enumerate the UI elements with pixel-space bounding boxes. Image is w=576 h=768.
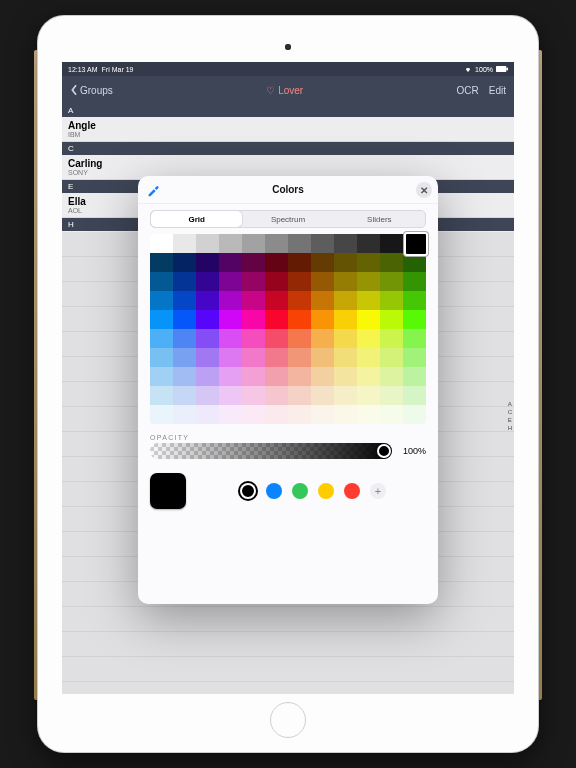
preset-dot[interactable] xyxy=(266,483,282,499)
color-swatch[interactable] xyxy=(196,405,219,424)
color-swatch[interactable] xyxy=(380,405,403,424)
color-swatch[interactable] xyxy=(219,272,242,291)
color-swatch[interactable] xyxy=(403,367,426,386)
home-button[interactable] xyxy=(270,702,306,738)
color-swatch[interactable] xyxy=(380,291,403,310)
color-swatch[interactable] xyxy=(380,272,403,291)
color-swatch[interactable] xyxy=(150,234,173,253)
color-swatch[interactable] xyxy=(380,310,403,329)
color-swatch[interactable] xyxy=(219,329,242,348)
color-swatch[interactable] xyxy=(150,291,173,310)
color-swatch[interactable] xyxy=(219,367,242,386)
color-swatch[interactable] xyxy=(173,310,196,329)
color-swatch[interactable] xyxy=(242,329,265,348)
color-swatch[interactable] xyxy=(196,253,219,272)
color-swatch[interactable] xyxy=(357,386,380,405)
ocr-button[interactable]: OCR xyxy=(457,85,479,96)
color-swatch[interactable] xyxy=(150,405,173,424)
color-swatch[interactable] xyxy=(334,348,357,367)
color-swatch[interactable] xyxy=(311,272,334,291)
color-swatch[interactable] xyxy=(311,253,334,272)
color-swatch[interactable] xyxy=(265,386,288,405)
color-swatch[interactable] xyxy=(357,291,380,310)
color-swatch[interactable] xyxy=(403,291,426,310)
color-swatch[interactable] xyxy=(242,253,265,272)
preset-dot[interactable] xyxy=(240,483,256,499)
color-swatch[interactable] xyxy=(150,310,173,329)
color-swatch[interactable] xyxy=(311,310,334,329)
color-swatch[interactable] xyxy=(150,367,173,386)
color-swatch[interactable] xyxy=(219,405,242,424)
color-swatch[interactable] xyxy=(380,329,403,348)
eyedropper-icon[interactable] xyxy=(146,183,160,197)
index-letter[interactable]: A xyxy=(508,401,512,407)
color-swatch[interactable] xyxy=(150,348,173,367)
color-swatch[interactable] xyxy=(196,234,219,253)
color-swatch[interactable] xyxy=(150,272,173,291)
color-swatch[interactable] xyxy=(173,253,196,272)
color-swatch[interactable] xyxy=(403,405,426,424)
color-swatch[interactable] xyxy=(311,386,334,405)
color-swatch[interactable] xyxy=(265,272,288,291)
color-swatch[interactable] xyxy=(357,367,380,386)
color-swatch[interactable] xyxy=(196,367,219,386)
color-swatch[interactable] xyxy=(265,405,288,424)
index-letter[interactable]: E xyxy=(508,417,512,423)
color-swatch[interactable] xyxy=(173,329,196,348)
index-letter[interactable]: H xyxy=(508,425,512,431)
color-swatch[interactable] xyxy=(196,348,219,367)
tab-spectrum[interactable]: Spectrum xyxy=(242,211,333,227)
color-swatch[interactable] xyxy=(288,386,311,405)
color-swatch[interactable] xyxy=(265,234,288,253)
edit-button[interactable]: Edit xyxy=(489,85,506,96)
color-swatch[interactable] xyxy=(219,291,242,310)
color-swatch[interactable] xyxy=(357,310,380,329)
preset-dot[interactable] xyxy=(292,483,308,499)
color-swatch[interactable] xyxy=(265,253,288,272)
color-swatch[interactable] xyxy=(288,234,311,253)
color-swatch[interactable] xyxy=(357,348,380,367)
color-swatch[interactable] xyxy=(265,310,288,329)
color-swatch[interactable] xyxy=(265,329,288,348)
color-swatch[interactable] xyxy=(196,386,219,405)
tab-sliders[interactable]: Sliders xyxy=(334,211,425,227)
color-swatch[interactable] xyxy=(173,291,196,310)
color-swatch[interactable] xyxy=(173,386,196,405)
color-swatch[interactable] xyxy=(403,310,426,329)
color-swatch[interactable] xyxy=(150,386,173,405)
back-button[interactable]: Groups xyxy=(70,85,113,96)
color-swatch[interactable] xyxy=(334,291,357,310)
color-swatch[interactable] xyxy=(242,272,265,291)
color-swatch[interactable] xyxy=(311,367,334,386)
color-swatch[interactable] xyxy=(173,234,196,253)
color-swatch[interactable] xyxy=(288,329,311,348)
color-swatch[interactable] xyxy=(150,329,173,348)
color-swatch[interactable] xyxy=(403,272,426,291)
color-swatch[interactable] xyxy=(288,348,311,367)
color-swatch[interactable] xyxy=(380,234,403,253)
color-swatch[interactable] xyxy=(173,272,196,291)
opacity-slider[interactable] xyxy=(150,443,392,459)
index-strip[interactable]: A C E H xyxy=(508,401,512,431)
color-swatch[interactable] xyxy=(334,386,357,405)
color-swatch[interactable] xyxy=(380,253,403,272)
color-swatch[interactable] xyxy=(288,291,311,310)
color-swatch[interactable] xyxy=(334,405,357,424)
color-swatch[interactable] xyxy=(173,348,196,367)
close-icon[interactable]: ✕ xyxy=(416,182,432,198)
color-swatch[interactable] xyxy=(403,348,426,367)
preset-dot[interactable] xyxy=(344,483,360,499)
color-swatch[interactable] xyxy=(219,348,242,367)
color-swatch[interactable] xyxy=(242,367,265,386)
preset-dot[interactable] xyxy=(318,483,334,499)
color-swatch[interactable] xyxy=(380,386,403,405)
color-swatch[interactable] xyxy=(357,253,380,272)
tab-grid[interactable]: Grid xyxy=(151,211,242,227)
color-swatch[interactable] xyxy=(150,253,173,272)
color-swatch[interactable] xyxy=(311,405,334,424)
color-swatch[interactable] xyxy=(334,310,357,329)
add-preset-icon[interactable]: + xyxy=(370,483,386,499)
color-swatch[interactable] xyxy=(380,367,403,386)
color-swatch[interactable] xyxy=(311,329,334,348)
color-swatch[interactable] xyxy=(357,272,380,291)
